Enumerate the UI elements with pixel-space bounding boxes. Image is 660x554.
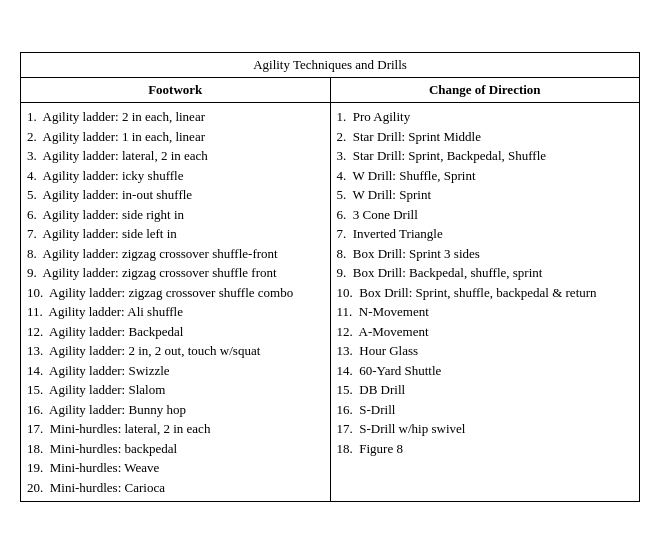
right-content: 1. Pro Agility2. Star Drill: Sprint Midd… [330, 103, 640, 502]
right-item-3: 3. Star Drill: Sprint, Backpedal, Shuffl… [337, 146, 634, 166]
left-item-2: 2. Agility ladder: 1 in each, linear [27, 127, 324, 147]
left-item-6: 6. Agility ladder: side right in [27, 205, 324, 225]
right-item-1: 1. Pro Agility [337, 107, 634, 127]
left-item-9: 9. Agility ladder: zigzag crossover shuf… [27, 263, 324, 283]
col-right-header: Change of Direction [330, 78, 640, 103]
right-item-6: 6. 3 Cone Drill [337, 205, 634, 225]
left-item-3: 3. Agility ladder: lateral, 2 in each [27, 146, 324, 166]
right-item-12: 12. A-Movement [337, 322, 634, 342]
right-item-5: 5. W Drill: Sprint [337, 185, 634, 205]
left-item-14: 14. Agility ladder: Swizzle [27, 361, 324, 381]
right-item-14: 14. 60-Yard Shuttle [337, 361, 634, 381]
left-item-18: 18. Mini-hurdles: backpedal [27, 439, 324, 459]
left-item-12: 12. Agility ladder: Backpedal [27, 322, 324, 342]
left-item-5: 5. Agility ladder: in-out shuffle [27, 185, 324, 205]
header-row: Footwork Change of Direction [21, 78, 640, 103]
right-item-15: 15. DB Drill [337, 380, 634, 400]
left-item-16: 16. Agility ladder: Bunny hop [27, 400, 324, 420]
left-item-19: 19. Mini-hurdles: Weave [27, 458, 324, 478]
table-wrapper: Agility Techniques and Drills Footwork C… [20, 52, 640, 502]
left-item-7: 7. Agility ladder: side left in [27, 224, 324, 244]
right-item-17: 17. S-Drill w/hip swivel [337, 419, 634, 439]
left-item-10: 10. Agility ladder: zigzag crossover shu… [27, 283, 324, 303]
right-item-8: 8. Box Drill: Sprint 3 sides [337, 244, 634, 264]
right-item-13: 13. Hour Glass [337, 341, 634, 361]
right-item-9: 9. Box Drill: Backpedal, shuffle, sprint [337, 263, 634, 283]
table-title: Agility Techniques and Drills [21, 53, 640, 78]
right-item-11: 11. N-Movement [337, 302, 634, 322]
left-item-8: 8. Agility ladder: zigzag crossover shuf… [27, 244, 324, 264]
left-content: 1. Agility ladder: 2 in each, linear2. A… [21, 103, 331, 502]
left-item-20: 20. Mini-hurdles: Carioca [27, 478, 324, 498]
right-item-7: 7. Inverted Triangle [337, 224, 634, 244]
left-item-4: 4. Agility ladder: icky shuffle [27, 166, 324, 186]
right-item-4: 4. W Drill: Shuffle, Sprint [337, 166, 634, 186]
main-table: Agility Techniques and Drills Footwork C… [20, 52, 640, 502]
page-container: Agility Techniques and Drills Footwork C… [0, 0, 660, 554]
left-item-11: 11. Agility ladder: Ali shuffle [27, 302, 324, 322]
left-item-15: 15. Agility ladder: Slalom [27, 380, 324, 400]
left-item-17: 17. Mini-hurdles: lateral, 2 in each [27, 419, 324, 439]
right-item-10: 10. Box Drill: Sprint, shuffle, backpeda… [337, 283, 634, 303]
title-row: Agility Techniques and Drills [21, 53, 640, 78]
content-row: 1. Agility ladder: 2 in each, linear2. A… [21, 103, 640, 502]
col-left-header: Footwork [21, 78, 331, 103]
right-item-16: 16. S-Drill [337, 400, 634, 420]
right-item-18: 18. Figure 8 [337, 439, 634, 459]
left-item-13: 13. Agility ladder: 2 in, 2 out, touch w… [27, 341, 324, 361]
left-item-1: 1. Agility ladder: 2 in each, linear [27, 107, 324, 127]
right-item-2: 2. Star Drill: Sprint Middle [337, 127, 634, 147]
